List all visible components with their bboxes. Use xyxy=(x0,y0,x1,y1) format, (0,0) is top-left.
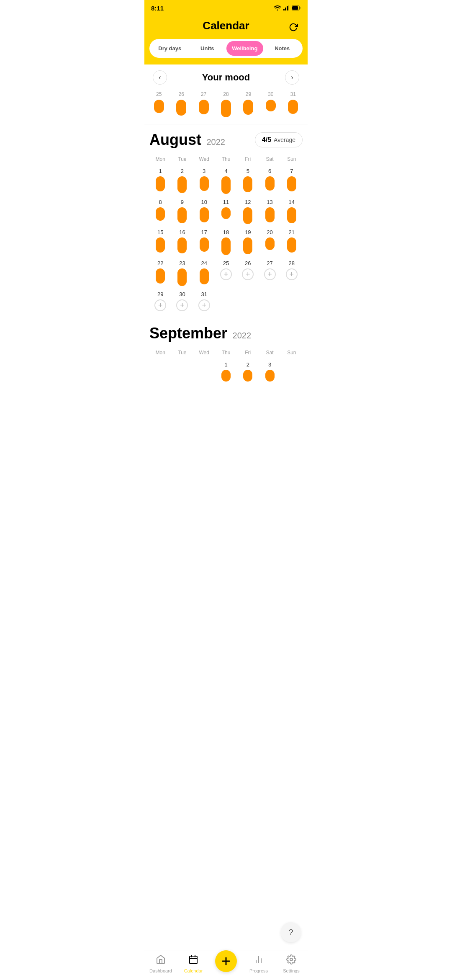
day-number: 26 xyxy=(245,260,251,266)
day-number: 14 xyxy=(289,199,295,205)
day-number: 25 xyxy=(223,260,229,266)
day-number: 7 xyxy=(290,168,293,174)
calendar-day: 12 xyxy=(237,197,259,227)
calendar-day[interactable]: 31+ xyxy=(193,289,215,315)
calendar-day: 24 xyxy=(193,258,215,289)
september-month-label: September 2022 xyxy=(149,325,251,342)
day-of-week-header: Sat xyxy=(259,155,280,166)
calendar-day[interactable]: 28+ xyxy=(281,258,303,289)
calendar-day[interactable]: 25+ xyxy=(215,258,237,289)
calendar-day xyxy=(281,289,303,315)
add-mood-button[interactable]: + xyxy=(176,299,188,311)
prev-period-button[interactable]: ‹ xyxy=(153,70,167,85)
mood-pill xyxy=(243,176,252,192)
day-number: 19 xyxy=(245,229,251,235)
mood-pill xyxy=(243,237,252,254)
mood-pill xyxy=(177,237,187,253)
tab-units[interactable]: Units xyxy=(189,41,226,56)
prev-week-day[interactable]: 29 xyxy=(237,90,259,119)
calendar-day xyxy=(149,360,171,385)
calendar-day: 16 xyxy=(171,227,193,258)
calendar-day: 10 xyxy=(193,197,215,227)
add-mood-button[interactable]: + xyxy=(286,268,298,280)
mood-pill xyxy=(156,237,165,253)
svg-rect-5 xyxy=(292,6,298,10)
add-mood-button[interactable]: + xyxy=(198,299,210,311)
mood-pill xyxy=(200,207,209,222)
august-calendar: MonTueWedThuFriSatSun1234567891011121314… xyxy=(149,155,303,315)
calendar-day[interactable]: 27+ xyxy=(259,258,280,289)
prev-week-day[interactable]: 27 xyxy=(193,90,215,119)
calendar-day: 3 xyxy=(259,360,280,385)
avg-score: 4/5 xyxy=(262,136,271,144)
calendar-day: 2 xyxy=(237,360,259,385)
next-period-button[interactable]: › xyxy=(285,70,299,85)
day-of-week-header: Fri xyxy=(237,348,259,360)
add-mood-button[interactable]: + xyxy=(264,268,276,280)
day-number: 15 xyxy=(157,229,163,235)
day-number: 31 xyxy=(201,291,207,297)
day-number: 24 xyxy=(201,260,207,266)
day-number: 28 xyxy=(223,91,229,97)
august-name: August xyxy=(149,131,201,148)
prev-week-day[interactable]: 28 xyxy=(215,90,237,119)
calendar-day: 8 xyxy=(149,197,171,227)
calendar-day xyxy=(237,289,259,315)
september-year: 2022 xyxy=(233,331,252,340)
day-of-week-header: Sat xyxy=(259,348,280,360)
tab-dry-days[interactable]: Dry days xyxy=(152,41,188,56)
calendar-day[interactable]: 26+ xyxy=(237,258,259,289)
september-header: September 2022 xyxy=(149,325,303,342)
prev-week-day[interactable]: 25 xyxy=(148,90,170,119)
mood-pill xyxy=(288,100,298,114)
mood-pill xyxy=(200,268,209,284)
day-number: 21 xyxy=(289,229,295,235)
mood-pill xyxy=(265,207,275,222)
tab-wellbeing[interactable]: Wellbeing xyxy=(226,41,263,56)
mood-pill xyxy=(177,207,187,223)
battery-icon xyxy=(292,5,301,10)
calendar-day: 5 xyxy=(237,166,259,197)
mood-pill xyxy=(265,370,275,382)
calendar-day[interactable]: 29+ xyxy=(149,289,171,315)
day-of-week-header: Thu xyxy=(215,348,237,360)
add-mood-button[interactable]: + xyxy=(154,299,166,311)
day-number: 8 xyxy=(159,199,162,205)
mood-pill xyxy=(243,370,252,382)
day-number: 29 xyxy=(246,91,251,97)
day-number: 27 xyxy=(201,91,206,97)
mood-pill xyxy=(156,268,165,284)
prev-week-day[interactable]: 31 xyxy=(282,90,304,119)
calendar-day: 18 xyxy=(215,227,237,258)
refresh-button[interactable] xyxy=(286,20,301,35)
calendar-day xyxy=(171,360,193,385)
calendar-day: 22 xyxy=(149,258,171,289)
calendar-day: 13 xyxy=(259,197,280,227)
tab-notes[interactable]: Notes xyxy=(264,41,301,56)
mood-pill xyxy=(287,237,296,253)
day-number: 23 xyxy=(179,260,185,266)
tab-bar-inner: Dry days Units Wellbeing Notes xyxy=(149,39,303,58)
day-number: 27 xyxy=(267,260,272,266)
calendar-day: 20 xyxy=(259,227,280,258)
calendar-day: 1 xyxy=(149,166,171,197)
prev-week-day[interactable]: 30 xyxy=(259,90,282,119)
calendar-day xyxy=(193,360,215,385)
mood-pill xyxy=(243,100,253,115)
calendar-day: 7 xyxy=(281,166,303,197)
page-header: Calendar xyxy=(144,15,308,39)
calendar-day: 6 xyxy=(259,166,280,197)
add-mood-button[interactable]: + xyxy=(242,268,254,280)
calendar-day: 14 xyxy=(281,197,303,227)
mood-pill xyxy=(221,176,231,194)
september-section: September 2022 MonTueWedThuFriSatSun123 xyxy=(144,318,308,388)
status-icons xyxy=(274,5,301,10)
prev-week-day[interactable]: 26 xyxy=(170,90,192,119)
mood-pill xyxy=(287,207,296,223)
day-number: 9 xyxy=(181,199,184,205)
calendar-day: 19 xyxy=(237,227,259,258)
calendar-day: 23 xyxy=(171,258,193,289)
add-mood-button[interactable]: + xyxy=(220,268,232,280)
mood-pill xyxy=(156,207,165,221)
calendar-day[interactable]: 30+ xyxy=(171,289,193,315)
